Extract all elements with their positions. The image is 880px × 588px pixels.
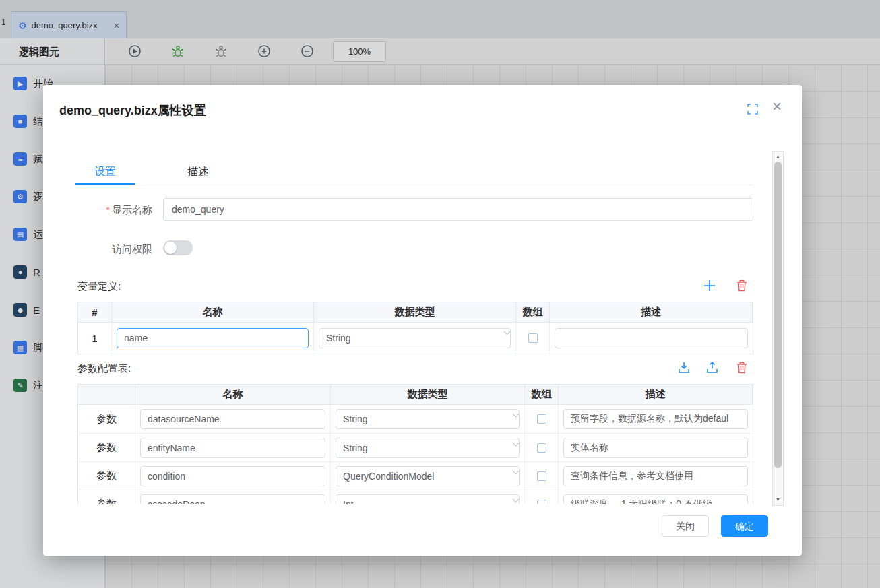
- export-icon[interactable]: [705, 360, 720, 375]
- param-desc-input[interactable]: [563, 438, 748, 458]
- variables-section-label: 变量定义:: [77, 280, 121, 293]
- fullscreen-icon[interactable]: [747, 103, 759, 115]
- param-type-select[interactable]: String: [336, 409, 520, 429]
- col-header-name: 名称: [112, 302, 314, 322]
- param-kind: 参数: [96, 441, 117, 454]
- param-array-checkbox[interactable]: [537, 500, 546, 504]
- variable-desc-input[interactable]: [555, 328, 748, 348]
- modal-scrollbar[interactable]: ▲ ▼: [772, 151, 784, 506]
- variables-table: # 名称 数据类型 数组 描述 1 String: [77, 302, 753, 354]
- dialog-tabs: 设置 描述: [75, 160, 753, 185]
- param-type-select[interactable]: Int: [336, 494, 520, 504]
- variable-row: 1 String: [78, 323, 753, 354]
- param-row: 参数 QueryConditionModel: [78, 461, 753, 490]
- scroll-up-icon[interactable]: ▲: [773, 152, 783, 162]
- required-mark: *: [106, 204, 110, 216]
- variable-name-input[interactable]: [117, 328, 309, 348]
- param-desc-input[interactable]: [563, 466, 748, 486]
- col-header-name: 名称: [135, 385, 331, 404]
- variable-array-checkbox[interactable]: [528, 333, 538, 343]
- tab-settings[interactable]: 设置: [75, 160, 135, 185]
- delete-param-icon[interactable]: [735, 361, 750, 376]
- col-header-type: 数据类型: [314, 302, 516, 322]
- param-kind: 参数: [96, 469, 117, 482]
- param-kind: 参数: [96, 498, 117, 504]
- access-label: 访问权限: [70, 243, 152, 256]
- param-name-input[interactable]: [140, 409, 325, 429]
- confirm-button[interactable]: 确定: [721, 515, 768, 537]
- params-table: 名称 数据类型 数组 描述 参数 String: [77, 384, 753, 504]
- access-toggle[interactable]: [163, 240, 193, 255]
- params-table-header: 名称 数据类型 数组 描述: [78, 385, 753, 405]
- param-array-checkbox[interactable]: [537, 471, 546, 481]
- import-icon[interactable]: [677, 360, 691, 375]
- col-header-index: #: [78, 302, 112, 322]
- dialog-title: demo_query.bizx属性设置: [59, 102, 206, 119]
- variables-table-header: # 名称 数据类型 数组 描述: [78, 302, 753, 323]
- col-header-type: 数据类型: [331, 385, 525, 404]
- close-button[interactable]: 关闭: [662, 515, 709, 537]
- param-kind: 参数: [96, 413, 117, 426]
- param-type-select[interactable]: QueryConditionModel: [336, 466, 520, 486]
- param-array-checkbox[interactable]: [537, 414, 546, 424]
- param-row: 参数 Int: [78, 490, 753, 504]
- params-table-viewport: 名称 数据类型 数组 描述 参数 String: [77, 384, 753, 504]
- param-row: 参数 String: [78, 405, 753, 433]
- param-name-input[interactable]: [140, 494, 325, 504]
- delete-variable-icon[interactable]: [735, 279, 750, 294]
- scrollbar-thumb[interactable]: [774, 162, 782, 468]
- add-variable-icon[interactable]: [702, 278, 717, 293]
- close-icon[interactable]: ×: [772, 98, 782, 115]
- variable-type-select[interactable]: String: [319, 328, 511, 348]
- row-index: 1: [92, 333, 97, 344]
- chevron-down-icon: [504, 329, 511, 335]
- param-desc-input[interactable]: [563, 494, 748, 504]
- param-desc-input[interactable]: [563, 409, 748, 429]
- display-name-label: *显示名称: [70, 204, 152, 217]
- param-row: 参数 String: [78, 433, 753, 461]
- chevron-down-icon: [513, 468, 520, 475]
- col-header-desc: 描述: [559, 385, 753, 404]
- scroll-down-icon[interactable]: ▼: [773, 494, 783, 505]
- app-window: 1 ⚙ demo_query.bizx × 100% 逻辑图元 ▶ 开: [0, 0, 880, 588]
- col-header-kind: [78, 385, 135, 404]
- param-name-input[interactable]: [140, 466, 325, 486]
- col-header-desc: 描述: [550, 302, 753, 322]
- param-type-select[interactable]: String: [336, 438, 520, 458]
- params-section-label: 参数配置表:: [77, 362, 131, 375]
- param-array-checkbox[interactable]: [537, 443, 546, 453]
- tab-description[interactable]: 描述: [168, 160, 228, 185]
- col-header-array: 数组: [525, 385, 559, 404]
- toggle-knob: [164, 242, 177, 254]
- chevron-down-icon: [513, 411, 520, 418]
- chevron-down-icon: [513, 440, 520, 447]
- chevron-down-icon: [513, 496, 520, 503]
- col-header-array: 数组: [516, 302, 550, 322]
- properties-dialog: demo_query.bizx属性设置 × 设置 描述 *显示名称 访问权限 变…: [43, 85, 802, 556]
- param-name-input[interactable]: [140, 438, 325, 458]
- display-name-input[interactable]: [163, 198, 753, 221]
